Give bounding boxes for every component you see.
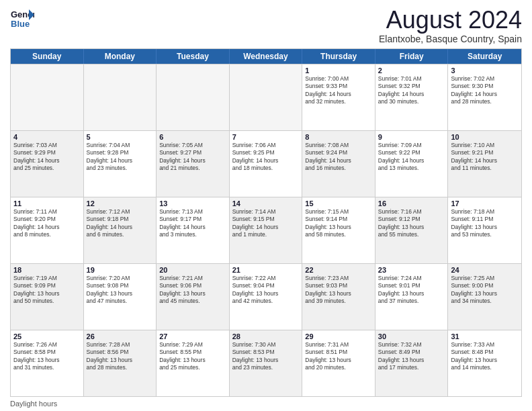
day-info: Sunrise: 7:22 AM Sunset: 9:04 PM Dayligh…	[232, 275, 300, 306]
calendar-cell: 24Sunrise: 7:25 AM Sunset: 9:00 PM Dayli…	[448, 264, 521, 330]
day-number: 9	[378, 133, 445, 141]
calendar-cell: 27Sunrise: 7:29 AM Sunset: 8:55 PM Dayli…	[157, 330, 230, 396]
calendar-cell: 7Sunrise: 7:06 AM Sunset: 9:25 PM Daylig…	[230, 131, 303, 197]
day-number: 12	[87, 199, 154, 208]
calendar-cell: 14Sunrise: 7:14 AM Sunset: 9:15 PM Dayli…	[230, 197, 303, 263]
day-number: 31	[451, 332, 519, 340]
weekday-header: Saturday	[448, 49, 521, 64]
calendar-cell: 21Sunrise: 7:22 AM Sunset: 9:04 PM Dayli…	[230, 264, 303, 330]
calendar-cell: 15Sunrise: 7:15 AM Sunset: 9:14 PM Dayli…	[302, 197, 375, 263]
day-info: Sunrise: 7:24 AM Sunset: 9:01 PM Dayligh…	[378, 275, 445, 306]
calendar-cell: 8Sunrise: 7:08 AM Sunset: 9:24 PM Daylig…	[302, 131, 375, 197]
day-number: 18	[13, 266, 81, 274]
calendar-cell: 13Sunrise: 7:13 AM Sunset: 9:17 PM Dayli…	[157, 197, 230, 263]
calendar-cell: 29Sunrise: 7:31 AM Sunset: 8:51 PM Dayli…	[302, 330, 375, 396]
calendar-row: 4Sunrise: 7:03 AM Sunset: 9:29 PM Daylig…	[11, 130, 521, 197]
day-number: 16	[378, 199, 445, 208]
weekday-header: Sunday	[11, 49, 84, 64]
weekday-header: Monday	[84, 49, 157, 64]
day-info: Sunrise: 7:21 AM Sunset: 9:06 PM Dayligh…	[159, 275, 226, 306]
calendar-cell: 2Sunrise: 7:01 AM Sunset: 9:32 PM Daylig…	[375, 64, 449, 130]
day-info: Sunrise: 7:12 AM Sunset: 9:18 PM Dayligh…	[87, 208, 154, 239]
calendar-row: 11Sunrise: 7:11 AM Sunset: 9:20 PM Dayli…	[11, 197, 521, 263]
day-info: Sunrise: 7:09 AM Sunset: 9:22 PM Dayligh…	[378, 142, 445, 173]
calendar-cell: 6Sunrise: 7:05 AM Sunset: 9:27 PM Daylig…	[157, 131, 230, 197]
day-info: Sunrise: 7:11 AM Sunset: 9:20 PM Dayligh…	[13, 208, 81, 239]
day-info: Sunrise: 7:03 AM Sunset: 9:29 PM Dayligh…	[13, 142, 81, 173]
calendar-cell: 10Sunrise: 7:10 AM Sunset: 9:21 PM Dayli…	[448, 131, 521, 197]
calendar-cell: 12Sunrise: 7:12 AM Sunset: 9:18 PM Dayli…	[84, 197, 157, 263]
calendar-row: 25Sunrise: 7:26 AM Sunset: 8:58 PM Dayli…	[11, 330, 521, 396]
day-info: Sunrise: 7:16 AM Sunset: 9:12 PM Dayligh…	[378, 208, 445, 239]
day-number: 21	[232, 266, 300, 274]
calendar-cell	[84, 64, 157, 130]
calendar: SundayMondayTuesdayWednesdayThursdayFrid…	[10, 48, 522, 397]
day-number: 3	[451, 66, 519, 75]
calendar-cell: 26Sunrise: 7:28 AM Sunset: 8:56 PM Dayli…	[84, 330, 157, 396]
day-info: Sunrise: 7:00 AM Sunset: 9:33 PM Dayligh…	[305, 75, 372, 106]
day-number: 22	[305, 266, 372, 274]
day-info: Sunrise: 7:31 AM Sunset: 8:51 PM Dayligh…	[305, 341, 372, 372]
day-number: 20	[159, 266, 226, 274]
calendar-cell: 11Sunrise: 7:11 AM Sunset: 9:20 PM Dayli…	[11, 197, 84, 263]
day-number: 25	[13, 332, 81, 340]
day-number: 8	[305, 133, 372, 141]
day-info: Sunrise: 7:25 AM Sunset: 9:00 PM Dayligh…	[451, 275, 519, 306]
day-number: 10	[451, 133, 519, 141]
calendar-cell: 28Sunrise: 7:30 AM Sunset: 8:53 PM Dayli…	[230, 330, 303, 396]
main-title: August 2024	[379, 7, 522, 34]
day-info: Sunrise: 7:10 AM Sunset: 9:21 PM Dayligh…	[451, 142, 519, 173]
day-number: 15	[305, 199, 372, 208]
page-header: General Blue August 2024 Elantxobe, Basq…	[10, 7, 522, 44]
logo: General Blue	[10, 7, 34, 31]
day-number: 30	[378, 332, 445, 340]
day-number: 7	[232, 133, 300, 141]
day-info: Sunrise: 7:01 AM Sunset: 9:32 PM Dayligh…	[378, 75, 445, 106]
calendar-cell: 4Sunrise: 7:03 AM Sunset: 9:29 PM Daylig…	[11, 131, 84, 197]
calendar-cell: 9Sunrise: 7:09 AM Sunset: 9:22 PM Daylig…	[375, 131, 449, 197]
day-info: Sunrise: 7:06 AM Sunset: 9:25 PM Dayligh…	[232, 142, 300, 173]
calendar-cell: 20Sunrise: 7:21 AM Sunset: 9:06 PM Dayli…	[157, 264, 230, 330]
calendar-cell	[230, 64, 303, 130]
calendar-body: 1Sunrise: 7:00 AM Sunset: 9:33 PM Daylig…	[11, 64, 521, 396]
calendar-cell: 30Sunrise: 7:32 AM Sunset: 8:49 PM Dayli…	[375, 330, 449, 396]
day-info: Sunrise: 7:08 AM Sunset: 9:24 PM Dayligh…	[305, 142, 372, 173]
calendar-row: 18Sunrise: 7:19 AM Sunset: 9:09 PM Dayli…	[11, 263, 521, 330]
day-number: 23	[378, 266, 445, 274]
calendar-cell	[157, 64, 230, 130]
calendar-cell: 1Sunrise: 7:00 AM Sunset: 9:33 PM Daylig…	[302, 64, 375, 130]
calendar-row: 1Sunrise: 7:00 AM Sunset: 9:33 PM Daylig…	[11, 64, 521, 130]
weekday-header: Friday	[375, 49, 449, 64]
day-info: Sunrise: 7:30 AM Sunset: 8:53 PM Dayligh…	[232, 341, 300, 372]
day-number: 13	[159, 199, 226, 208]
calendar-cell: 5Sunrise: 7:04 AM Sunset: 9:28 PM Daylig…	[84, 131, 157, 197]
day-number: 24	[451, 266, 519, 274]
calendar-cell: 25Sunrise: 7:26 AM Sunset: 8:58 PM Dayli…	[11, 330, 84, 396]
day-number: 19	[87, 266, 154, 274]
day-info: Sunrise: 7:05 AM Sunset: 9:27 PM Dayligh…	[159, 142, 226, 173]
day-info: Sunrise: 7:19 AM Sunset: 9:09 PM Dayligh…	[13, 275, 81, 306]
footer: Daylight hours	[10, 400, 522, 408]
weekday-header: Wednesday	[230, 49, 303, 64]
day-info: Sunrise: 7:15 AM Sunset: 9:14 PM Dayligh…	[305, 208, 372, 239]
day-number: 29	[305, 332, 372, 340]
day-info: Sunrise: 7:14 AM Sunset: 9:15 PM Dayligh…	[232, 208, 300, 239]
calendar-cell: 16Sunrise: 7:16 AM Sunset: 9:12 PM Dayli…	[375, 197, 449, 263]
day-info: Sunrise: 7:23 AM Sunset: 9:03 PM Dayligh…	[305, 275, 372, 306]
day-number: 17	[451, 199, 519, 208]
calendar-cell: 22Sunrise: 7:23 AM Sunset: 9:03 PM Dayli…	[302, 264, 375, 330]
day-number: 27	[159, 332, 226, 340]
day-number: 1	[305, 66, 372, 75]
day-info: Sunrise: 7:33 AM Sunset: 8:48 PM Dayligh…	[451, 341, 519, 372]
day-number: 26	[87, 332, 154, 340]
calendar-cell: 31Sunrise: 7:33 AM Sunset: 8:48 PM Dayli…	[448, 330, 521, 396]
calendar-cell	[11, 64, 84, 130]
day-info: Sunrise: 7:13 AM Sunset: 9:17 PM Dayligh…	[159, 208, 226, 239]
day-number: 11	[13, 199, 81, 208]
calendar-cell: 3Sunrise: 7:02 AM Sunset: 9:30 PM Daylig…	[448, 64, 521, 130]
day-number: 2	[378, 66, 445, 75]
day-info: Sunrise: 7:28 AM Sunset: 8:56 PM Dayligh…	[87, 341, 154, 372]
day-number: 5	[87, 133, 154, 141]
calendar-cell: 17Sunrise: 7:18 AM Sunset: 9:11 PM Dayli…	[448, 197, 521, 263]
svg-text:Blue: Blue	[11, 19, 30, 29]
